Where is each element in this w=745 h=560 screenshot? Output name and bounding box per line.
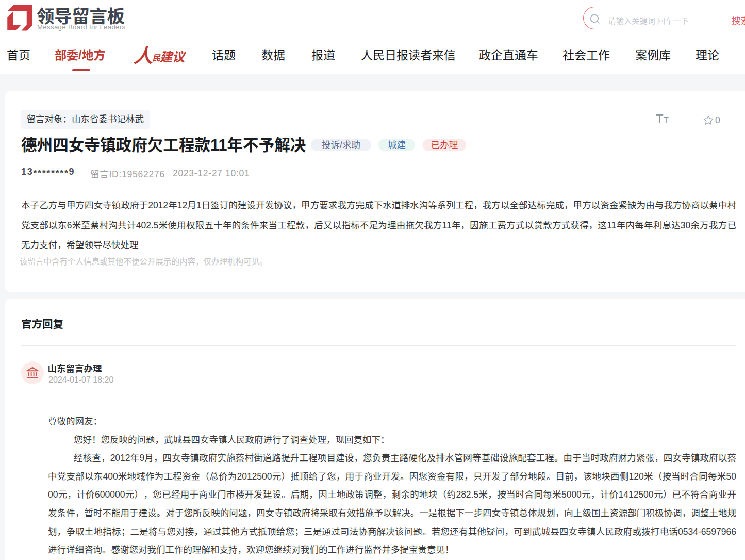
svg-text:T: T bbox=[664, 116, 669, 125]
svg-text:T: T bbox=[656, 113, 664, 126]
